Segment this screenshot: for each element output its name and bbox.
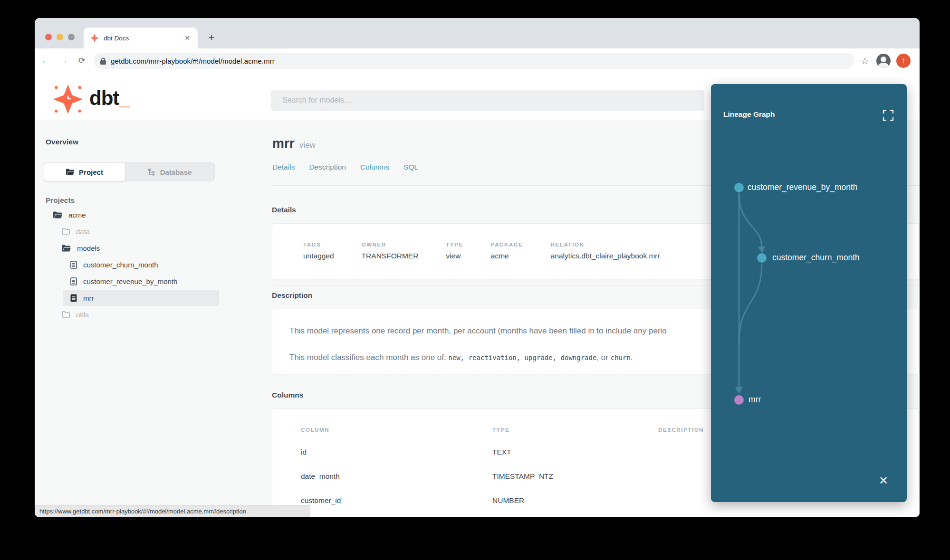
folder-open-icon	[62, 245, 71, 252]
tree-item-label: utils	[76, 311, 89, 319]
field-owner: OWNER TRANSFORMER	[362, 242, 419, 260]
new-tab-button[interactable]: +	[205, 31, 218, 45]
field-label: OWNER	[362, 242, 419, 247]
field-value: view	[446, 252, 463, 260]
lineage-graph-panel: Lineage Graph customer_revenue_by_month …	[711, 84, 907, 502]
browser-tab[interactable]: dbt Docs ✕	[84, 28, 198, 48]
tab-database[interactable]: Database	[125, 163, 214, 181]
tab-description[interactable]: Description	[309, 163, 346, 171]
lock-icon	[100, 57, 106, 65]
projects-heading: Projects	[46, 196, 75, 205]
url-text: getdbt.com/mrr-playbook/#!/model/model.a…	[111, 57, 275, 65]
tree-item-label: customer_revenue_by_month	[83, 277, 177, 285]
edge-revenue-to-churn	[739, 193, 762, 247]
file-selected-icon	[70, 294, 77, 302]
field-value: untagged	[303, 252, 334, 260]
sidebar-view-switch: Project Database	[44, 162, 215, 181]
field-label: PACKAGE	[491, 242, 523, 247]
close-window-button[interactable]	[45, 34, 52, 40]
reload-icon[interactable]: ⟳	[75, 54, 89, 68]
tab-project[interactable]: Project	[44, 163, 125, 181]
folder-icon	[66, 169, 74, 175]
dbt-logo[interactable]: dbt_	[53, 85, 130, 114]
field-package: PACKAGE acme	[491, 242, 523, 260]
tab-columns[interactable]: Columns	[360, 163, 389, 171]
node-label-customer-churn-month[interactable]: customer_churn_month	[772, 253, 860, 263]
tree-item-label: customer_churn_month	[83, 261, 158, 269]
tab-close-icon[interactable]: ✕	[183, 34, 191, 42]
field-relation: RELATION analytics.dbt_claire_playbook.m…	[551, 242, 660, 260]
code-reactivation: reactivation	[469, 354, 517, 361]
browser-toolbar: ← → ⟳ getdbt.com/mrr-playbook/#!/model/m…	[35, 48, 920, 73]
tree-item-data[interactable]: data	[62, 223, 90, 239]
node-customer-revenue-by-month[interactable]	[734, 183, 744, 192]
avatar-body	[878, 63, 889, 68]
description-paragraph-1: This model represents one record per mon…	[289, 326, 667, 336]
cell-type: TIMESTAMP_NTZ	[492, 472, 553, 481]
field-value: acme	[491, 252, 523, 260]
folder-closed-icon	[62, 311, 70, 318]
overview-heading: Overview	[46, 138, 78, 146]
cell-column: customer_id	[301, 496, 341, 505]
back-icon[interactable]: ←	[38, 54, 53, 68]
bookmark-star-icon[interactable]: ☆	[861, 56, 869, 66]
address-bar[interactable]: getdbt.com/mrr-playbook/#!/model/model.a…	[94, 53, 854, 69]
tree-item-acme[interactable]: acme	[53, 207, 86, 223]
cell-column: date_month	[301, 472, 340, 481]
description-heading: Description	[272, 291, 312, 300]
arrowhead-icon	[758, 247, 766, 253]
close-icon[interactable]: ✕	[876, 474, 891, 488]
node-customer-churn-month[interactable]	[757, 253, 767, 263]
tree-item-mrr[interactable]: mrr	[70, 290, 94, 306]
folder-open-icon	[53, 211, 62, 218]
tree-item-label: acme	[68, 211, 86, 219]
node-label-mrr[interactable]: mrr	[748, 395, 761, 405]
field-label: TAGS	[303, 242, 334, 247]
status-bar-url: https://www.getdbt.com/mrr-playbook/#!/m…	[35, 505, 310, 517]
tree-item-customer-revenue-by-month[interactable]: customer_revenue_by_month	[70, 273, 177, 289]
code-new: new	[449, 354, 461, 361]
tree-item-label: models	[77, 244, 100, 252]
details-fields: TAGS untagged OWNER TRANSFORMER TYPE vie…	[303, 242, 688, 260]
description-paragraph-2: This model classifies each month as one …	[289, 353, 633, 362]
search-input[interactable]	[271, 90, 704, 111]
model-nav-tabs: Details Description Columns SQL	[272, 163, 418, 171]
browser-window: dbt Docs ✕ + ← → ⟳ getdbt.com/mrr-playbo…	[35, 18, 920, 517]
file-icon	[70, 261, 77, 269]
dbt-logo-icon	[53, 85, 83, 114]
tab-title: dbt Docs	[104, 35, 183, 42]
cell-column: id	[301, 448, 307, 456]
cell-type: TEXT	[492, 448, 511, 456]
browser-tab-strip: dbt Docs ✕ +	[35, 18, 920, 48]
columns-heading: Columns	[272, 391, 303, 399]
tree-item-utils[interactable]: utils	[62, 306, 89, 323]
model-type-badge: view	[299, 141, 316, 150]
tab-project-label: Project	[79, 168, 103, 176]
node-label-customer-revenue-by-month[interactable]: customer_revenue_by_month	[748, 182, 858, 192]
code-churn: churn	[611, 354, 631, 361]
column-header-type: TYPE	[492, 427, 509, 433]
tree-item-label: data	[76, 228, 90, 236]
arrowhead-icon	[735, 387, 743, 394]
tree-item-models[interactable]: models	[62, 240, 100, 256]
browser-update-icon[interactable]: ↑	[896, 54, 911, 68]
profile-avatar[interactable]	[876, 54, 891, 68]
node-mrr[interactable]	[734, 395, 744, 405]
forward-icon[interactable]: →	[57, 54, 71, 68]
avatar-head	[881, 57, 886, 62]
column-header-description: DESCRIPTION	[658, 427, 704, 433]
logo-cursor: _	[119, 87, 129, 109]
details-heading: Details	[272, 206, 296, 214]
minimize-window-button[interactable]	[57, 34, 63, 40]
tab-sql[interactable]: SQL	[403, 163, 418, 171]
zoom-window-button[interactable]	[68, 34, 75, 40]
tree-item-customer-churn-month[interactable]: customer_churn_month	[70, 256, 158, 273]
code-upgrade: upgrade	[525, 354, 553, 361]
file-icon	[70, 277, 77, 285]
database-tree-icon	[148, 168, 155, 176]
field-type: TYPE view	[446, 242, 463, 260]
lineage-graph-canvas[interactable]	[711, 84, 907, 502]
edge-churn-to-mrr	[739, 264, 762, 343]
tab-details[interactable]: Details	[272, 163, 295, 171]
folder-closed-icon	[62, 228, 70, 235]
